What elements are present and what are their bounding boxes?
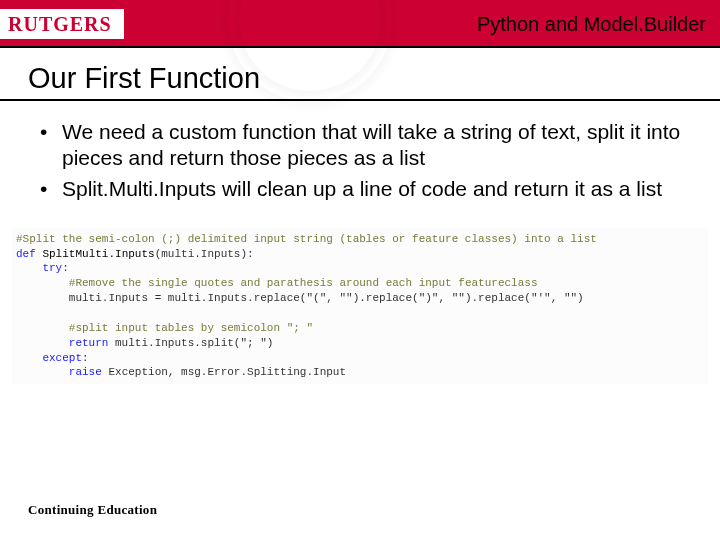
rutgers-logo: RUTGERS <box>0 9 124 39</box>
footer-text: Continuing Education <box>28 502 157 518</box>
code-keyword: return <box>69 337 109 349</box>
header-bar: RUTGERS Python and Model.Builder <box>0 0 720 48</box>
bullet-list: We need a custom function that will take… <box>36 119 684 202</box>
list-item: We need a custom function that will take… <box>36 119 684 172</box>
code-line: multi.Inputs.split("; ") <box>108 337 273 349</box>
list-item: Split.Multi.Inputs will clean up a line … <box>36 176 684 202</box>
slide: RUTGERS Python and Model.Builder Our Fir… <box>0 0 720 540</box>
code-block: #Split the semi-colon (;) delimited inpu… <box>12 228 708 384</box>
course-title: Python and Model.Builder <box>477 13 706 36</box>
code-fn-name: SplitMulti.Inputs <box>42 248 154 260</box>
content-area: We need a custom function that will take… <box>0 119 720 202</box>
code-comment: #Remove the single quotes and parathesis… <box>69 277 538 289</box>
code-params: (multi.Inputs): <box>155 248 254 260</box>
code-keyword: except <box>42 352 82 364</box>
title-wrap: Our First Function <box>0 48 720 119</box>
code-keyword: try <box>42 262 62 274</box>
code-keyword: def <box>16 248 36 260</box>
code-line: Exception, msg.Error.Splitting.Input <box>102 366 346 378</box>
logo-text: RUTGERS <box>8 13 112 36</box>
code-comment: #split input tables by semicolon "; " <box>69 322 313 334</box>
slide-title: Our First Function <box>0 48 720 101</box>
code-comment: #Split the semi-colon (;) delimited inpu… <box>16 233 597 245</box>
code-keyword: raise <box>69 366 102 378</box>
code-line: multi.Inputs = multi.Inputs.replace("(",… <box>69 292 584 304</box>
